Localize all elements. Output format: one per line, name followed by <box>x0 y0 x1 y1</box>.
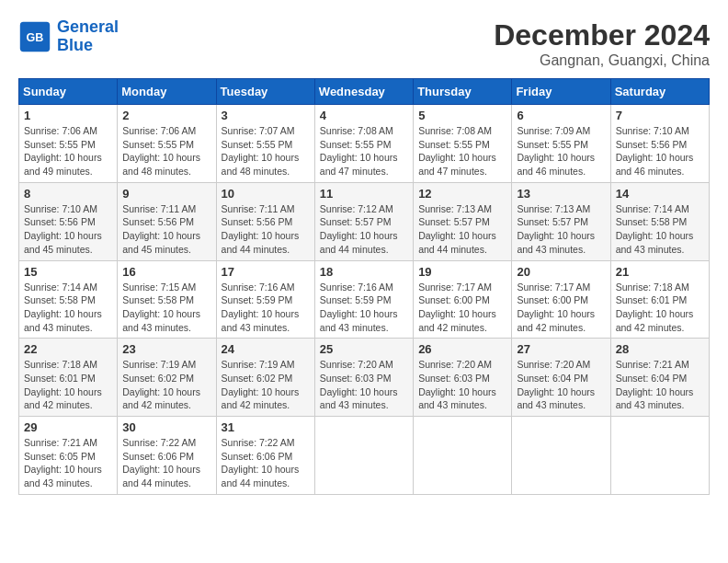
calendar-cell: 17 Sunrise: 7:16 AM Sunset: 5:59 PM Dayl… <box>216 260 314 339</box>
weekday-header-sunday: Sunday <box>19 79 118 105</box>
calendar-cell: 5 Sunrise: 7:08 AM Sunset: 5:55 PM Dayli… <box>414 105 512 183</box>
calendar-cell: 21 Sunrise: 7:18 AM Sunset: 6:01 PM Dayl… <box>610 260 709 339</box>
calendar-cell: 16 Sunrise: 7:15 AM Sunset: 5:58 PM Dayl… <box>118 260 216 339</box>
day-detail: Sunrise: 7:09 AM Sunset: 5:55 PM Dayligh… <box>517 124 605 178</box>
day-number: 17 <box>222 265 310 279</box>
day-detail: Sunrise: 7:22 AM Sunset: 6:06 PM Dayligh… <box>222 436 310 490</box>
day-detail: Sunrise: 7:12 AM Sunset: 5:57 PM Dayligh… <box>320 202 408 257</box>
calendar-cell: 18 Sunrise: 7:16 AM Sunset: 5:59 PM Dayl… <box>314 260 413 339</box>
calendar-cell: 29 Sunrise: 7:21 AM Sunset: 6:05 PM Dayl… <box>19 417 118 495</box>
calendar-header-row: SundayMondayTuesdayWednesdayThursdayFrid… <box>19 79 710 105</box>
calendar-cell: 22 Sunrise: 7:18 AM Sunset: 6:01 PM Dayl… <box>19 339 118 417</box>
day-detail: Sunrise: 7:13 AM Sunset: 5:57 PM Dayligh… <box>517 202 605 257</box>
day-detail: Sunrise: 7:14 AM Sunset: 5:58 PM Dayligh… <box>616 202 704 257</box>
calendar-cell: 7 Sunrise: 7:10 AM Sunset: 5:56 PM Dayli… <box>610 105 709 183</box>
calendar-cell: 28 Sunrise: 7:21 AM Sunset: 6:04 PM Dayl… <box>610 339 709 417</box>
day-number: 20 <box>517 265 605 279</box>
logo-icon: GB <box>18 20 51 53</box>
day-number: 28 <box>616 342 704 356</box>
calendar-cell <box>512 417 610 495</box>
weekday-header-tuesday: Tuesday <box>216 79 314 105</box>
weekday-header-monday: Monday <box>118 79 216 105</box>
day-number: 2 <box>122 109 210 122</box>
day-number: 12 <box>418 187 506 201</box>
page-header: GB General Blue December 2024 Gangnan, G… <box>18 18 710 69</box>
day-number: 7 <box>616 109 704 122</box>
day-number: 1 <box>24 109 112 122</box>
day-detail: Sunrise: 7:20 AM Sunset: 6:04 PM Dayligh… <box>517 358 605 412</box>
day-detail: Sunrise: 7:21 AM Sunset: 6:04 PM Dayligh… <box>616 358 704 412</box>
day-detail: Sunrise: 7:18 AM Sunset: 6:01 PM Dayligh… <box>24 358 112 412</box>
title-block: December 2024 Gangnan, Guangxi, China <box>494 18 710 69</box>
day-number: 3 <box>222 109 310 122</box>
day-detail: Sunrise: 7:15 AM Sunset: 5:58 PM Dayligh… <box>122 281 210 335</box>
day-detail: Sunrise: 7:21 AM Sunset: 6:05 PM Dayligh… <box>24 436 112 490</box>
calendar-cell: 2 Sunrise: 7:06 AM Sunset: 5:55 PM Dayli… <box>118 105 216 183</box>
day-detail: Sunrise: 7:13 AM Sunset: 5:57 PM Dayligh… <box>418 202 506 257</box>
calendar-cell: 3 Sunrise: 7:07 AM Sunset: 5:55 PM Dayli… <box>216 105 314 183</box>
day-number: 8 <box>24 187 112 201</box>
day-number: 27 <box>517 342 605 356</box>
calendar-cell: 27 Sunrise: 7:20 AM Sunset: 6:04 PM Dayl… <box>512 339 610 417</box>
day-number: 18 <box>320 265 408 279</box>
calendar-cell: 15 Sunrise: 7:14 AM Sunset: 5:58 PM Dayl… <box>19 260 118 339</box>
day-detail: Sunrise: 7:08 AM Sunset: 5:55 PM Dayligh… <box>418 124 506 178</box>
calendar-cell: 4 Sunrise: 7:08 AM Sunset: 5:55 PM Dayli… <box>314 105 413 183</box>
logo-text: General Blue <box>57 18 119 55</box>
day-number: 25 <box>320 342 408 356</box>
calendar-week-3: 15 Sunrise: 7:14 AM Sunset: 5:58 PM Dayl… <box>19 260 710 339</box>
svg-text:GB: GB <box>27 31 44 44</box>
calendar-cell: 8 Sunrise: 7:10 AM Sunset: 5:56 PM Dayli… <box>19 182 118 260</box>
day-number: 13 <box>517 187 605 201</box>
day-number: 31 <box>222 420 310 434</box>
weekday-header-thursday: Thursday <box>414 79 512 105</box>
day-number: 19 <box>418 265 506 279</box>
calendar-week-5: 29 Sunrise: 7:21 AM Sunset: 6:05 PM Dayl… <box>19 417 710 495</box>
calendar-cell: 13 Sunrise: 7:13 AM Sunset: 5:57 PM Dayl… <box>512 182 610 260</box>
calendar-cell: 19 Sunrise: 7:17 AM Sunset: 6:00 PM Dayl… <box>414 260 512 339</box>
calendar-cell <box>610 417 709 495</box>
day-number: 11 <box>320 187 408 201</box>
calendar-cell: 6 Sunrise: 7:09 AM Sunset: 5:55 PM Dayli… <box>512 105 610 183</box>
day-number: 24 <box>222 342 310 356</box>
day-detail: Sunrise: 7:11 AM Sunset: 5:56 PM Dayligh… <box>122 202 210 257</box>
logo-line1: General <box>57 17 119 36</box>
month-year-title: December 2024 <box>494 18 710 52</box>
calendar-table: SundayMondayTuesdayWednesdayThursdayFrid… <box>18 78 710 495</box>
day-number: 5 <box>418 109 506 122</box>
day-number: 21 <box>616 265 704 279</box>
calendar-week-2: 8 Sunrise: 7:10 AM Sunset: 5:56 PM Dayli… <box>19 182 710 260</box>
calendar-cell <box>314 417 413 495</box>
calendar-cell: 26 Sunrise: 7:20 AM Sunset: 6:03 PM Dayl… <box>414 339 512 417</box>
day-detail: Sunrise: 7:11 AM Sunset: 5:56 PM Dayligh… <box>222 202 310 257</box>
day-detail: Sunrise: 7:18 AM Sunset: 6:01 PM Dayligh… <box>616 281 704 335</box>
calendar-cell: 24 Sunrise: 7:19 AM Sunset: 6:02 PM Dayl… <box>216 339 314 417</box>
day-detail: Sunrise: 7:19 AM Sunset: 6:02 PM Dayligh… <box>222 358 310 412</box>
day-detail: Sunrise: 7:06 AM Sunset: 5:55 PM Dayligh… <box>24 124 112 178</box>
calendar-cell: 10 Sunrise: 7:11 AM Sunset: 5:56 PM Dayl… <box>216 182 314 260</box>
day-number: 10 <box>222 187 310 201</box>
calendar-cell: 20 Sunrise: 7:17 AM Sunset: 6:00 PM Dayl… <box>512 260 610 339</box>
day-detail: Sunrise: 7:10 AM Sunset: 5:56 PM Dayligh… <box>24 202 112 257</box>
calendar-cell: 1 Sunrise: 7:06 AM Sunset: 5:55 PM Dayli… <box>19 105 118 183</box>
day-number: 15 <box>24 265 112 279</box>
weekday-header-wednesday: Wednesday <box>314 79 413 105</box>
day-detail: Sunrise: 7:07 AM Sunset: 5:55 PM Dayligh… <box>222 124 310 178</box>
day-number: 6 <box>517 109 605 122</box>
weekday-header-friday: Friday <box>512 79 610 105</box>
day-detail: Sunrise: 7:08 AM Sunset: 5:55 PM Dayligh… <box>320 124 408 178</box>
location-subtitle: Gangnan, Guangxi, China <box>494 52 710 69</box>
day-number: 9 <box>122 187 210 201</box>
calendar-week-4: 22 Sunrise: 7:18 AM Sunset: 6:01 PM Dayl… <box>19 339 710 417</box>
day-number: 23 <box>122 342 210 356</box>
day-detail: Sunrise: 7:22 AM Sunset: 6:06 PM Dayligh… <box>122 436 210 490</box>
day-number: 16 <box>122 265 210 279</box>
calendar-cell: 23 Sunrise: 7:19 AM Sunset: 6:02 PM Dayl… <box>118 339 216 417</box>
calendar-cell <box>414 417 512 495</box>
calendar-week-1: 1 Sunrise: 7:06 AM Sunset: 5:55 PM Dayli… <box>19 105 710 183</box>
calendar-cell: 11 Sunrise: 7:12 AM Sunset: 5:57 PM Dayl… <box>314 182 413 260</box>
calendar-cell: 14 Sunrise: 7:14 AM Sunset: 5:58 PM Dayl… <box>610 182 709 260</box>
day-detail: Sunrise: 7:16 AM Sunset: 5:59 PM Dayligh… <box>222 281 310 335</box>
day-number: 4 <box>320 109 408 122</box>
day-detail: Sunrise: 7:16 AM Sunset: 5:59 PM Dayligh… <box>320 281 408 335</box>
